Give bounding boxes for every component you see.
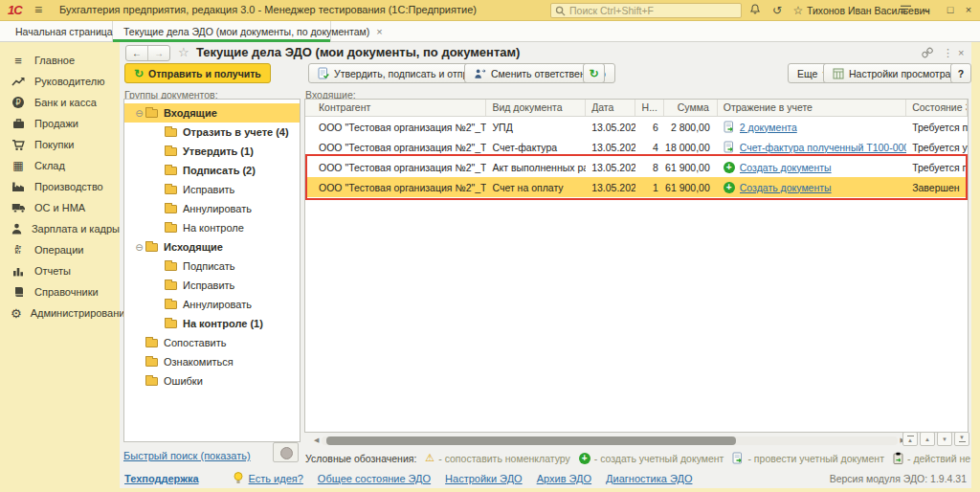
factory-icon <box>11 181 26 192</box>
sidebar-item-glavnoe[interactable]: ≡ Главное <box>0 50 120 71</box>
tech-support-link[interactable]: Техподдержка <box>124 473 199 484</box>
back-button[interactable]: ← <box>126 46 148 60</box>
column-header[interactable]: Сумма <box>664 100 718 116</box>
global-search[interactable] <box>550 3 742 18</box>
scroll-left-icon[interactable]: ◀ <box>314 436 319 444</box>
tree-node-label: Исходящие <box>164 241 223 253</box>
sidebar-item-label: Справочники <box>34 286 99 298</box>
tab-close-icon[interactable]: × <box>376 26 382 37</box>
tree-node[interactable]: ⊖ Исходящие <box>124 237 300 257</box>
footer-link[interactable]: Диагностика ЭДО <box>606 473 692 484</box>
column-header[interactable]: Состояние ЭДО <box>906 100 968 116</box>
tree-node-label: На контроле <box>183 222 244 234</box>
tab-home-page[interactable]: Начальная страница <box>0 21 113 41</box>
sidebar-item-bank-i-kassa[interactable]: ₽ Банк и касса <box>0 92 120 113</box>
close-window-button[interactable]: × <box>960 2 977 18</box>
favorites-star-icon[interactable]: ☆ <box>791 3 806 18</box>
tree-node-label: Аннулировать <box>183 299 252 310</box>
tree-node[interactable]: Ошибки <box>124 371 300 391</box>
tree-node[interactable]: Ознакомиться <box>124 352 300 371</box>
1c-logo: 1С <box>8 3 22 17</box>
scroll-down-button[interactable]: ▼ <box>937 432 952 446</box>
column-header[interactable]: Вид документа <box>486 100 586 116</box>
sidebar-item-proizvodstvo[interactable]: Производство <box>0 176 120 197</box>
tree-node[interactable]: Отразить в учете (4) <box>124 123 300 142</box>
sidebar-item-operacii[interactable]: ДтКт Операции <box>0 239 120 260</box>
reflection-link[interactable]: 2 документа <box>740 122 797 133</box>
sign-document-icon <box>318 67 329 79</box>
help-button[interactable]: ? <box>950 63 971 83</box>
get-link-icon[interactable] <box>922 47 933 60</box>
history-icon[interactable]: ↺ <box>769 3 785 18</box>
column-header[interactable]: Контрагент <box>305 100 486 116</box>
collapse-icon[interactable]: ⊖ <box>133 108 145 119</box>
sidebar-item-zarplata-i-kadry[interactable]: Зарплата и кадры <box>0 218 120 239</box>
collapse-icon[interactable]: ⊖ <box>133 242 145 253</box>
more-dots-icon[interactable]: ⋮ <box>943 47 953 59</box>
send-and-receive-button[interactable]: ↻ Отправить и получить <box>124 63 271 83</box>
scroll-to-bottom-button[interactable]: ▼ <box>954 432 969 446</box>
sidebar-item-label: ОС и НМА <box>34 202 85 213</box>
tree-node[interactable]: Утвердить (1) <box>124 142 300 161</box>
horizontal-scrollbar[interactable]: ◀ ▶ <box>314 435 905 446</box>
post-doc-icon <box>724 121 735 133</box>
tree-node[interactable]: Аннулировать <box>124 199 300 218</box>
scrollbar-track[interactable] <box>322 436 897 445</box>
sidebar-item-rukovoditelyu[interactable]: Руководителю <box>0 71 120 92</box>
tree-node[interactable]: Исправить <box>124 180 300 199</box>
tree-node[interactable]: Подписать (2) <box>124 161 300 180</box>
tree-node[interactable]: Исправить <box>124 276 300 295</box>
reflection-link[interactable]: Счет-фактура полученный Т100-000001 ... <box>740 142 906 153</box>
tree-node[interactable]: Аннулировать <box>124 295 300 314</box>
view-settings-button[interactable]: Настройки просмотра <box>823 63 960 83</box>
search-input[interactable] <box>569 5 741 16</box>
minimize-button[interactable]: – <box>918 2 935 18</box>
grid-icon: ▦ <box>11 159 26 172</box>
folder-icon <box>145 358 158 367</box>
tree-node-label: Сопоставить <box>164 337 226 348</box>
scroll-up-button[interactable]: ▲ <box>920 432 935 446</box>
tree-node[interactable]: Подписать <box>124 257 300 276</box>
table-row[interactable]: ООО "Тестовая организация №2"_Тест_ Счет… <box>305 137 968 157</box>
close-form-icon[interactable]: × <box>958 47 964 58</box>
column-header[interactable]: Дата <box>586 100 635 116</box>
sidebar-item-sklad[interactable]: ▦ Склад <box>0 155 120 176</box>
tree-node[interactable]: Сопоставить <box>124 333 300 352</box>
scroll-to-top-button[interactable]: ▲ <box>902 432 918 446</box>
column-header[interactable]: Н... <box>635 100 664 116</box>
sidebar-item-pokupki[interactable]: Покупки <box>0 134 120 155</box>
maximize-button[interactable]: □ <box>942 2 959 18</box>
view-settings-icon <box>833 68 844 79</box>
main-menu-icon[interactable]: ≡ <box>34 2 42 17</box>
table-row[interactable]: ООО "Тестовая организация №2"_Тест_ УПД … <box>305 117 968 137</box>
tab-edo-current-tasks[interactable]: Текущие дела ЭДО (мои документы, по доку… <box>113 21 331 41</box>
column-header[interactable]: Отражение в учете <box>718 100 906 116</box>
chart-icon <box>11 266 26 277</box>
sidebar-item-spravochniki[interactable]: Справочники <box>0 281 120 302</box>
quick-search-link[interactable]: Быстрый поиск (показать) <box>123 450 251 461</box>
sidebar-item-otchety[interactable]: Отчеты <box>0 260 120 281</box>
table-row[interactable]: ООО "Тестовая организация №2"_Тест_ Счет… <box>305 177 968 197</box>
sidebar: ≡ Главное Руководителю ₽ Банк и касса Пр… <box>0 42 120 488</box>
refresh-list-button[interactable]: ↻ <box>583 63 605 83</box>
tree-node[interactable]: На контроле <box>124 218 300 237</box>
clipboard-icon <box>893 452 903 464</box>
sidebar-item-administrirovanie[interactable]: ⚙ Администрирование <box>0 302 120 324</box>
reflection-link[interactable]: Создать документы <box>740 182 832 193</box>
tree-node[interactable]: ⊖ Входящие <box>124 103 300 123</box>
footer-link[interactable]: Архив ЭДО <box>537 473 591 484</box>
scrollbar-thumb[interactable] <box>326 436 736 445</box>
sidebar-item-os-i-nma[interactable]: ОС и НМА <box>0 197 120 218</box>
footer-link[interactable]: Настройки ЭДО <box>445 473 523 484</box>
idea-link[interactable]: Есть идея? <box>249 473 303 484</box>
sidebar-item-prodazhi[interactable]: Продажи <box>0 113 120 134</box>
tree-node[interactable]: На контроле (1) <box>124 314 300 333</box>
forward-button[interactable]: → <box>148 46 169 60</box>
reflection-link[interactable]: Создать документы <box>740 162 832 173</box>
notifications-bell-icon[interactable] <box>747 3 763 19</box>
footer-link[interactable]: Общее состояние ЭДО <box>318 473 431 484</box>
table-row[interactable]: ООО "Тестовая организация №2"_Тест_ Акт … <box>305 157 968 177</box>
service-settings-icon[interactable] <box>898 3 913 18</box>
attachment-button[interactable] <box>273 442 299 462</box>
favorite-star-icon[interactable]: ☆ <box>178 45 189 59</box>
